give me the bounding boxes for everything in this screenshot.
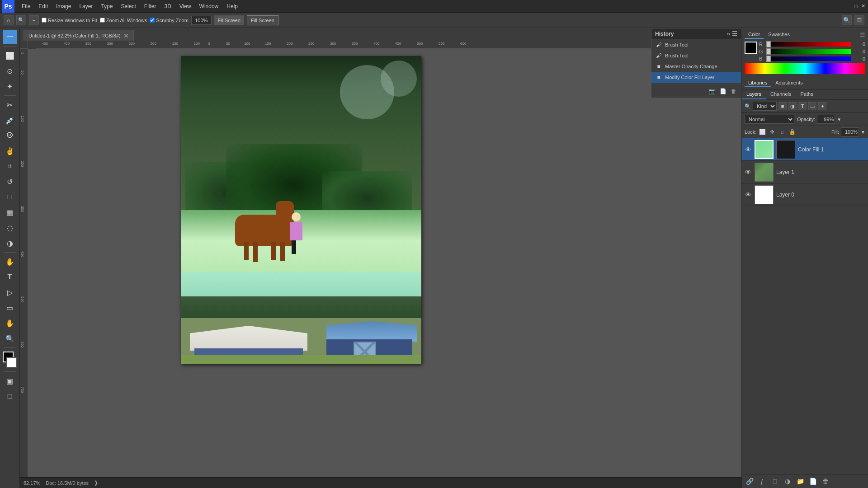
zoom-all-windows-checkbox[interactable]: Zoom All Windows	[100, 18, 147, 23]
layer-row-colorfill1[interactable]: 👁 Color Fill 1	[742, 138, 868, 161]
color-panel-menu-icon[interactable]: ☰	[860, 32, 865, 38]
b-slider[interactable]	[766, 56, 851, 61]
menu-filter[interactable]: Filter	[141, 2, 160, 10]
blend-mode-select[interactable]: Normal	[745, 115, 794, 124]
menu-image[interactable]: Image	[52, 2, 75, 10]
filter-adjust-icon[interactable]: ◑	[788, 102, 797, 110]
g-slider[interactable]	[766, 49, 851, 54]
lock-all-icon[interactable]: 🔒	[788, 128, 796, 136]
eyedropper-tool[interactable]: 💉	[3, 113, 17, 127]
arrange-icon[interactable]: ☰	[854, 15, 864, 25]
lock-position-icon[interactable]: ✥	[768, 128, 776, 136]
fill-chevron[interactable]: ▼	[861, 130, 865, 135]
crop-tool[interactable]: ✂	[3, 98, 17, 112]
canvas-tab[interactable]: Untitled-1 @ 82.2% (Color Fill 1, RGB/8#…	[24, 30, 134, 41]
history-expand-icon[interactable]: »	[727, 30, 730, 37]
zoom-out-icon[interactable]: −	[29, 15, 39, 25]
resize-windows-input[interactable]	[42, 18, 47, 23]
canvas-viewport[interactable]	[28, 49, 741, 477]
zoom-input[interactable]	[191, 16, 212, 25]
history-new-snapshot-btn[interactable]: 📷	[708, 87, 717, 96]
menu-edit[interactable]: Edit	[35, 2, 52, 10]
close-button[interactable]: ✕	[860, 3, 866, 9]
brush-tool[interactable]: ✌	[3, 144, 17, 158]
lock-artboard-icon[interactable]: ⌕	[778, 128, 786, 136]
blur-tool[interactable]: ◌	[3, 221, 17, 235]
opacity-chevron[interactable]: ▼	[837, 117, 841, 122]
menu-file[interactable]: File	[18, 2, 34, 10]
history-delete-btn[interactable]: 🗑	[729, 87, 738, 96]
pen-tool[interactable]: ✋	[3, 254, 17, 269]
fit-screen-button[interactable]: Fit Screen	[214, 15, 244, 25]
maximize-button[interactable]: □	[853, 3, 859, 9]
layer-mask-btn[interactable]: □	[770, 476, 780, 486]
libraries-tab[interactable]: Libraries	[745, 79, 771, 87]
dodge-tool[interactable]: ◑	[3, 236, 17, 250]
background-color-swatch[interactable]	[6, 357, 17, 368]
quick-select-tool[interactable]: ✦	[3, 79, 17, 94]
r-slider[interactable]	[766, 42, 851, 47]
history-item-2[interactable]: 🖌 Brush Tool	[651, 50, 741, 61]
history-new-doc-btn[interactable]: 📄	[718, 87, 727, 96]
color-spectrum[interactable]	[745, 63, 865, 74]
layer-row-0[interactable]: 👁 Layer 0	[742, 183, 868, 206]
minimize-button[interactable]: —	[845, 3, 852, 9]
home-icon[interactable]: ⌂	[4, 15, 14, 25]
history-brush-tool[interactable]: ↺	[3, 174, 17, 189]
history-item-4[interactable]: ■ Modify Color Fill Layer	[651, 72, 741, 83]
lasso-tool[interactable]: ⊙	[3, 64, 17, 78]
menu-window[interactable]: Window	[196, 2, 222, 10]
clone-stamp-tool[interactable]: ⌗	[3, 159, 17, 174]
new-group-btn[interactable]: 📁	[795, 476, 805, 486]
layer-style-btn[interactable]: ƒ	[757, 476, 767, 486]
new-layer-btn[interactable]: 📄	[808, 476, 818, 486]
quick-mask-tool[interactable]: ▣	[3, 374, 17, 388]
fill-input[interactable]	[841, 127, 859, 136]
menu-help[interactable]: Help	[223, 2, 241, 10]
opacity-input[interactable]	[817, 115, 835, 124]
color-tab[interactable]: Color	[745, 31, 764, 39]
scrubby-zoom-input[interactable]	[150, 18, 155, 23]
filter-pixel-icon[interactable]: ■	[778, 102, 787, 110]
kind-select[interactable]: Kind	[753, 102, 777, 111]
spot-heal-tool[interactable]: ⭗	[3, 128, 17, 143]
path-select-tool[interactable]: ▷	[3, 285, 17, 300]
canvas-tab-close[interactable]: ✕	[123, 32, 129, 39]
layer-row-1[interactable]: 👁 Layer 1	[742, 161, 868, 183]
menu-type[interactable]: Type	[97, 2, 116, 10]
zoom-tool[interactable]: 🔍	[3, 331, 17, 346]
layer-vis-0[interactable]: 👁	[745, 191, 752, 198]
color-foreground-box[interactable]	[745, 42, 757, 54]
history-item-3[interactable]: ■ Master Opacity Change	[651, 61, 741, 72]
layers-tab[interactable]: Layers	[742, 89, 766, 99]
history-item-1[interactable]: 🖌 Brush Tool	[651, 39, 741, 50]
swatches-tab[interactable]: Swatches	[764, 31, 793, 39]
history-menu-icon[interactable]: ☰	[732, 30, 737, 37]
type-tool[interactable]: T	[3, 270, 17, 284]
resize-windows-checkbox[interactable]: Resize Windows to Fit	[42, 18, 97, 23]
menu-select[interactable]: Select	[117, 2, 139, 10]
adjustments-tab[interactable]: Adjustments	[772, 79, 807, 87]
screen-mode-tool[interactable]: □	[3, 389, 17, 404]
filter-smart-icon[interactable]: ✦	[818, 102, 826, 110]
link-layers-btn[interactable]: 🔗	[745, 476, 755, 486]
search-icon[interactable]: 🔍	[842, 15, 852, 25]
layer-vis-colorfill1[interactable]: 👁	[745, 146, 752, 153]
zoom-in-icon[interactable]: 🔍	[16, 15, 26, 25]
layer-vis-1[interactable]: 👁	[745, 169, 752, 176]
move-tool[interactable]: ⭢	[3, 30, 17, 44]
filter-shape-icon[interactable]: ▭	[808, 102, 816, 110]
menu-3d[interactable]: 3D	[160, 2, 175, 10]
delete-layer-btn[interactable]: 🗑	[821, 476, 830, 486]
filter-type-icon[interactable]: T	[798, 102, 807, 110]
channels-tab[interactable]: Channels	[766, 89, 796, 99]
menu-layer[interactable]: Layer	[75, 2, 96, 10]
fill-screen-button[interactable]: Fill Screen	[247, 15, 278, 25]
hand-tool[interactable]: ✋	[3, 316, 17, 330]
shape-tool[interactable]: ▭	[3, 300, 17, 315]
rectangle-select-tool[interactable]: ⬜	[3, 48, 17, 63]
gradient-tool[interactable]: ▦	[3, 205, 17, 220]
lock-pixels-icon[interactable]: ⬜	[758, 128, 766, 136]
menu-view[interactable]: View	[176, 2, 195, 10]
scrubby-zoom-checkbox[interactable]: Scrubby Zoom	[150, 18, 189, 23]
